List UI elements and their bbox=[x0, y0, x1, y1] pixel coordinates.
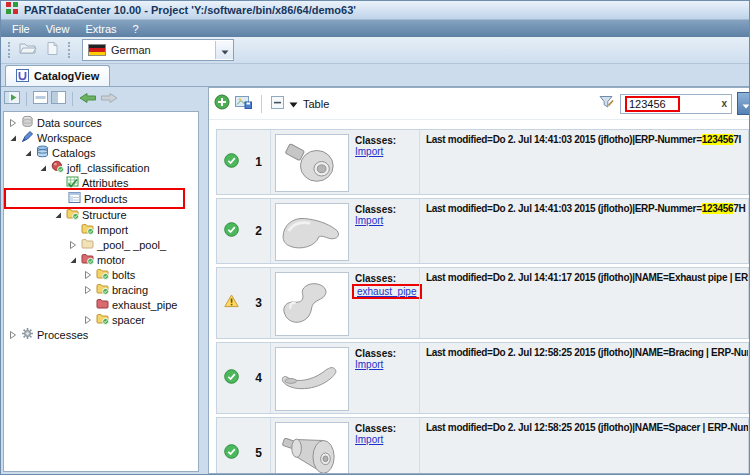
class-link[interactable]: Import bbox=[355, 146, 383, 157]
menu-item-help[interactable]: ? bbox=[125, 22, 147, 36]
collapse-panel-icon[interactable] bbox=[4, 90, 20, 108]
filter-icon[interactable] bbox=[599, 95, 615, 113]
forward-arrow-icon[interactable] bbox=[100, 90, 118, 108]
ok-status-icon bbox=[224, 369, 239, 388]
search-area: 123456 x bbox=[599, 92, 749, 115]
add-icon[interactable] bbox=[214, 94, 230, 114]
class-link[interactable]: Import bbox=[355, 434, 383, 445]
language-select[interactable]: German bbox=[82, 39, 234, 61]
right-pane: Table 123456 x 1 Classes: Import bbox=[208, 87, 749, 474]
tree-item-workspace[interactable]: Workspace bbox=[4, 130, 92, 145]
toolbar-grip[interactable] bbox=[8, 42, 12, 58]
expander-icon[interactable] bbox=[38, 163, 48, 173]
open-folder-icon bbox=[19, 41, 37, 59]
row-status-cell: 4 bbox=[217, 343, 271, 413]
tree-item-jofl-classification[interactable]: jofl_classification bbox=[4, 160, 150, 175]
class-link[interactable]: exhaust_pipe bbox=[352, 284, 422, 299]
content-area: Data sources Workspace Catalogs jofl_cla… bbox=[1, 86, 749, 474]
warning-status-icon bbox=[224, 294, 239, 312]
tree-item-label: Processes bbox=[37, 329, 88, 341]
expander-icon[interactable] bbox=[8, 118, 18, 128]
expander-icon[interactable] bbox=[83, 315, 93, 325]
table-toolbar: Table 123456 x bbox=[209, 88, 749, 120]
tree-item-processes[interactable]: Processes bbox=[4, 327, 88, 342]
product-table: 1 Classes: Import Last modified=Do 2. Ju… bbox=[209, 120, 749, 473]
menu-bar: FileViewExtras? bbox=[1, 20, 749, 37]
expander-icon[interactable] bbox=[68, 240, 78, 250]
classes-label: Classes: bbox=[355, 135, 396, 146]
tree-item-catalogs[interactable]: Catalogs bbox=[4, 145, 95, 160]
tree-item-import[interactable]: Import bbox=[4, 222, 128, 237]
expander-icon[interactable] bbox=[8, 133, 18, 143]
table-row[interactable]: 3 Classes: exhaust_pipe Last modified=Do… bbox=[216, 267, 749, 339]
layout-horizontal-icon[interactable] bbox=[33, 90, 48, 108]
expander-icon[interactable] bbox=[83, 285, 93, 295]
menu-item-extras[interactable]: Extras bbox=[77, 22, 124, 36]
app-icon bbox=[5, 1, 19, 19]
export-image-icon[interactable] bbox=[235, 94, 252, 113]
expander-icon[interactable] bbox=[68, 225, 78, 235]
table-row[interactable]: 2 Classes: Import Last modified=Do 2. Ju… bbox=[216, 198, 749, 264]
app-window: PARTdataCenter 10.00 - Project 'Y:/softw… bbox=[0, 0, 750, 475]
row-number: 1 bbox=[239, 155, 270, 169]
expander-icon[interactable] bbox=[23, 148, 33, 158]
search-dropdown-button[interactable] bbox=[737, 92, 749, 115]
expander-icon[interactable] bbox=[55, 194, 65, 204]
folder-check-icon bbox=[66, 207, 79, 222]
row-product-cell: Classes: exhaust_pipe bbox=[271, 268, 419, 338]
table-row[interactable]: 1 Classes: Import Last modified=Do 2. Ju… bbox=[216, 129, 749, 195]
new-file-button[interactable] bbox=[40, 40, 64, 60]
expander-icon[interactable] bbox=[8, 330, 18, 340]
toolbar-separator bbox=[261, 95, 262, 113]
class-link[interactable]: Import bbox=[355, 359, 383, 370]
folder-plain-icon bbox=[81, 237, 94, 252]
expander-icon[interactable] bbox=[53, 178, 63, 188]
menu-item-view[interactable]: View bbox=[38, 22, 78, 36]
part-image-spacer bbox=[275, 422, 349, 473]
pane-splitter[interactable] bbox=[199, 87, 208, 474]
catalog-view-icon bbox=[16, 69, 29, 84]
part-image-exhaust-pipe bbox=[275, 272, 349, 336]
row-product-cell: Classes: Import bbox=[271, 199, 419, 263]
row-status-cell: 5 bbox=[217, 418, 271, 473]
tree-item-products[interactable]: Products bbox=[4, 188, 185, 209]
classes-label: Classes: bbox=[355, 273, 422, 284]
layout-vertical-icon[interactable] bbox=[51, 90, 66, 108]
toolbar-grip[interactable] bbox=[68, 42, 72, 58]
expander-icon[interactable] bbox=[83, 300, 93, 310]
ok-status-icon bbox=[224, 444, 239, 463]
search-input[interactable]: 123456 x bbox=[620, 94, 732, 114]
tree-item-label: Catalogs bbox=[52, 147, 95, 159]
language-select-dropdown-button[interactable] bbox=[215, 41, 233, 59]
view-mode-dropdown[interactable]: Table bbox=[289, 98, 329, 110]
tree-item-bracing[interactable]: bracing bbox=[4, 282, 148, 297]
row-number: 4 bbox=[239, 371, 270, 385]
row-number: 5 bbox=[239, 446, 270, 460]
back-arrow-icon[interactable] bbox=[79, 90, 97, 108]
tree-item-label: Workspace bbox=[37, 132, 92, 144]
tree-item-bolts[interactable]: bolts bbox=[4, 267, 135, 282]
expander-icon[interactable] bbox=[53, 210, 63, 220]
folder-check-icon bbox=[96, 282, 109, 297]
open-folder-button[interactable] bbox=[16, 40, 40, 60]
clear-search-icon[interactable]: x bbox=[721, 98, 727, 109]
classes-label: Classes: bbox=[355, 348, 396, 359]
tree-item-exhaust-pipe[interactable]: exhaust_pipe bbox=[4, 297, 177, 312]
tree-item-spacer[interactable]: spacer bbox=[4, 312, 145, 327]
part-image-elbow bbox=[275, 203, 349, 261]
tab-catalog-view[interactable]: CatalogView bbox=[5, 65, 110, 86]
tab-bar: CatalogView bbox=[1, 64, 749, 86]
row-description: Last modified=Do 2. Jul 12:58:25 2015 (j… bbox=[419, 418, 748, 473]
table-row[interactable]: 5 Classes: Import Last modified=Do 2. Ju… bbox=[216, 417, 749, 473]
tree-item-structure[interactable]: Structure bbox=[4, 207, 127, 222]
class-link[interactable]: Import bbox=[355, 215, 383, 226]
table-row[interactable]: 4 Classes: Import Last modified=Do 2. Ju… bbox=[216, 342, 749, 414]
menu-item-file[interactable]: File bbox=[4, 22, 38, 36]
tree-item-pool-pool[interactable]: _pool_ _pool_ bbox=[4, 237, 166, 252]
tree-item-motor[interactable]: motor bbox=[4, 252, 125, 267]
row-status-cell: 3 bbox=[217, 268, 271, 338]
tree-item-data-sources[interactable]: Data sources bbox=[4, 115, 102, 130]
expander-icon[interactable] bbox=[68, 255, 78, 265]
expander-icon[interactable] bbox=[83, 270, 93, 280]
collapse-rows-icon[interactable] bbox=[271, 95, 284, 113]
